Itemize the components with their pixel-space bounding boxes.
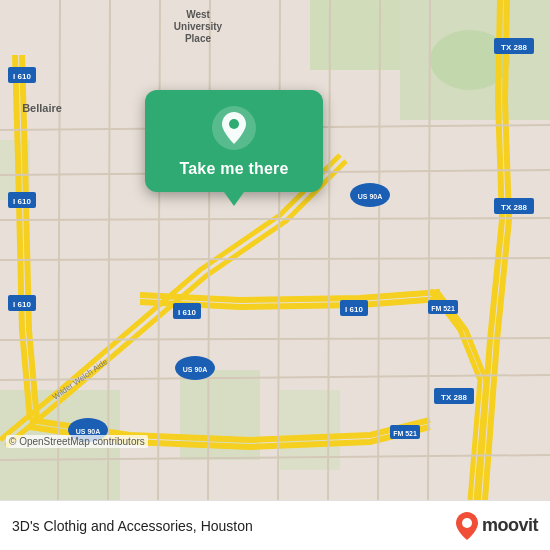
moovit-logo-icon bbox=[456, 512, 478, 540]
svg-text:I 610: I 610 bbox=[13, 72, 31, 81]
svg-point-56 bbox=[462, 518, 472, 528]
svg-text:I 610: I 610 bbox=[13, 197, 31, 206]
svg-point-55 bbox=[229, 119, 239, 129]
svg-text:I 610: I 610 bbox=[178, 308, 196, 317]
location-pin-icon bbox=[212, 106, 256, 150]
moovit-logo: moovit bbox=[456, 512, 538, 540]
map-container: I 610 I 610 I 610 I 610 I 610 TX 288 TX … bbox=[0, 0, 550, 500]
svg-text:US 90A: US 90A bbox=[76, 428, 101, 435]
map-background: I 610 I 610 I 610 I 610 I 610 TX 288 TX … bbox=[0, 0, 550, 500]
svg-text:I 610: I 610 bbox=[13, 300, 31, 309]
svg-rect-1 bbox=[310, 0, 400, 70]
popup-card[interactable]: Take me there bbox=[145, 90, 323, 192]
svg-text:US 90A: US 90A bbox=[183, 366, 208, 373]
bottom-bar: 3D's Clothig and Accessories, Houston mo… bbox=[0, 500, 550, 550]
svg-text:Bellaire: Bellaire bbox=[22, 102, 62, 114]
svg-text:TX 288: TX 288 bbox=[501, 43, 527, 52]
svg-text:I 610: I 610 bbox=[345, 305, 363, 314]
map-attribution: © OpenStreetMap contributors bbox=[6, 435, 148, 448]
place-name: 3D's Clothig and Accessories, Houston bbox=[12, 518, 253, 534]
svg-text:West: West bbox=[186, 9, 210, 20]
svg-text:FM 521: FM 521 bbox=[393, 430, 417, 437]
svg-text:FM 521: FM 521 bbox=[431, 305, 455, 312]
svg-text:University: University bbox=[174, 21, 223, 32]
take-me-there-button[interactable]: Take me there bbox=[179, 160, 288, 178]
svg-text:Place: Place bbox=[185, 33, 212, 44]
svg-text:US 90A: US 90A bbox=[358, 193, 383, 200]
svg-text:TX 288: TX 288 bbox=[441, 393, 467, 402]
svg-text:TX 288: TX 288 bbox=[501, 203, 527, 212]
moovit-text: moovit bbox=[482, 515, 538, 536]
